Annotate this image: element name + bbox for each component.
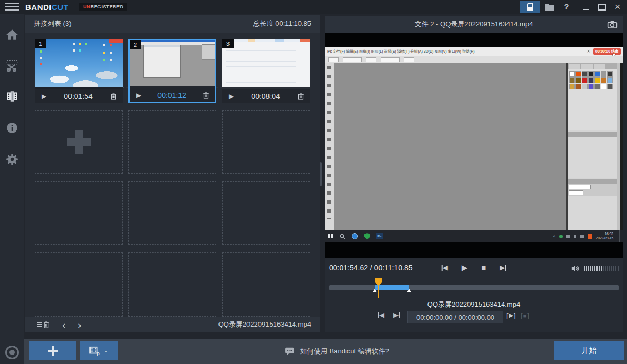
empty-cell	[35, 181, 123, 245]
clip-duration: 00:08:04	[234, 92, 297, 100]
how-to-text: 如何使用 Bandicut 编辑软件?	[300, 347, 389, 356]
move-right-button[interactable]: ›	[78, 320, 81, 330]
lock-icon	[527, 3, 533, 11]
sidebar-item-settings[interactable]	[0, 148, 24, 171]
clip-thumbnail	[130, 40, 215, 88]
clip-play-button[interactable]: ▶	[42, 93, 46, 100]
record-button[interactable]	[0, 341, 24, 364]
video-preview: Ps 文件(F) 编辑(E) 图像(I) 图层(L) 选择(S) 滤镜(T) 分…	[325, 33, 623, 258]
lock-button[interactable]	[520, 1, 540, 13]
segment-stop-button[interactable]: [■]	[521, 311, 529, 319]
ps-toolbar	[325, 63, 334, 230]
segment-start-handle[interactable]	[373, 289, 377, 292]
titlebar: BANDICUT UNREGISTERED ? ×	[0, 0, 627, 14]
preview-header: 文件 2 - QQ录屏20220915163414.mp4	[325, 16, 623, 33]
clip-delete-button[interactable]	[110, 93, 117, 100]
clip-thumbnail	[35, 39, 123, 89]
clip-delete-button[interactable]	[297, 93, 304, 100]
clip-controls: ▶ 00:08:04	[222, 89, 310, 103]
open-folder-button[interactable]	[542, 1, 557, 13]
segment-prev-button[interactable]: ◀	[378, 311, 384, 318]
empty-cell	[222, 181, 310, 245]
sidebar-item-join[interactable]	[0, 85, 24, 108]
move-left-button[interactable]: ‹	[62, 320, 65, 330]
sidebar-item-info[interactable]	[0, 116, 24, 139]
sidebar-item-home[interactable]	[0, 23, 24, 46]
app-logo: BANDICUT	[25, 0, 68, 14]
selected-filename: QQ录屏20220915163414.mp4	[218, 320, 311, 329]
clip-delete-button[interactable]	[203, 92, 210, 99]
empty-cell	[222, 252, 310, 317]
clear-list-button[interactable]	[25, 321, 49, 328]
clip-play-button[interactable]: ▶	[229, 93, 234, 100]
camera-icon	[607, 20, 618, 29]
clip-number: 1	[35, 39, 46, 48]
maximize-button[interactable]	[595, 1, 609, 13]
snapshot-button[interactable]	[607, 20, 618, 29]
ps-menubar: Ps 文件(F) 编辑(E) 图像(I) 图层(L) 选择(S) 滤镜(T) 分…	[325, 47, 623, 56]
ps-workspace	[325, 63, 623, 230]
recorded-taskbar: Ps ^ 16:32 2022-09-15	[325, 230, 623, 242]
photoshop-icon: Ps	[376, 233, 383, 239]
clip-card-3[interactable]: 3 ▶ 00:08:04	[222, 39, 310, 103]
clip-duration: 00:01:54	[46, 92, 110, 100]
maximize-icon	[598, 4, 606, 11]
clip-card-2[interactable]: 2 ▶ 00:01:12	[128, 39, 216, 103]
empty-cell	[128, 252, 216, 317]
minimize-button[interactable]	[579, 1, 593, 13]
menu-icon[interactable]	[5, 3, 19, 11]
trash-icon	[110, 93, 117, 100]
add-file-button[interactable]	[29, 341, 76, 360]
clip-play-button[interactable]: ▶	[136, 92, 141, 99]
clip-thumbnail	[222, 39, 310, 89]
volume-control[interactable]	[571, 265, 619, 272]
stop-button[interactable]: ■	[481, 264, 486, 271]
timeline-selection[interactable]	[375, 285, 409, 290]
scissors-film-icon	[5, 58, 19, 72]
help-button[interactable]: ?	[560, 1, 573, 13]
taskbar-clock: 16:32 2022-09-15	[596, 232, 613, 241]
play-button[interactable]: ▶	[462, 264, 468, 271]
list-scrollbar[interactable]	[320, 162, 322, 186]
add-clip-cell[interactable]	[35, 110, 123, 174]
recorder-close-icon: ✕	[586, 49, 590, 54]
folder-icon	[545, 3, 554, 11]
unregistered-badge[interactable]: UNREGISTERED	[79, 3, 127, 11]
ps-canvas	[334, 63, 566, 230]
segment-next-button[interactable]: ▶	[393, 311, 400, 318]
segment-time-field[interactable]: 00:00:00.00 / 00:00:00.00	[407, 311, 503, 323]
start-button[interactable]: 开始	[554, 341, 624, 360]
windows-start-icon	[328, 234, 333, 239]
speaker-icon	[571, 265, 580, 272]
list-icon	[37, 322, 42, 327]
clip-card-1[interactable]: 1 ▶ 00:01:54	[35, 39, 123, 103]
close-button[interactable]: ×	[611, 1, 624, 13]
browser-icon	[352, 233, 358, 239]
splice-title: 拼接列表 (3)	[34, 19, 72, 28]
logo-cut: CUT	[52, 3, 68, 12]
clip-number: 2	[130, 40, 141, 49]
svg-text:p: p	[97, 350, 100, 356]
gear-icon	[5, 153, 19, 166]
empty-cell	[35, 252, 123, 317]
output-mode-button[interactable]: p ⌄	[80, 341, 118, 360]
how-to-link[interactable]: 如何使用 Bandicut 编辑软件?	[285, 339, 389, 364]
segment-end-handle[interactable]	[407, 289, 411, 292]
clip-list: 1 ▶ 00:01:54 ··· 2 ▶ 00:01:12	[25, 33, 320, 317]
home-icon	[5, 28, 19, 42]
prev-frame-button[interactable]: ◀	[442, 264, 448, 271]
total-duration: 总长度 00:11:10.85	[253, 19, 311, 28]
sidebar	[0, 14, 24, 364]
segment-play-button[interactable]: [▶]	[506, 311, 516, 319]
playhead-marker[interactable]	[375, 278, 382, 286]
swatch-grid	[568, 69, 617, 130]
volume-meter[interactable]	[584, 266, 619, 271]
ps-side-panels	[568, 63, 617, 230]
sidebar-item-cut[interactable]	[0, 54, 24, 77]
next-frame-button[interactable]: ▶	[500, 264, 506, 271]
empty-cell	[222, 110, 310, 174]
film-p-icon: p	[89, 346, 101, 356]
film-join-icon	[5, 89, 19, 103]
system-tray: ^ 16:32 2022-09-15	[553, 230, 623, 242]
empty-cell	[128, 110, 216, 174]
